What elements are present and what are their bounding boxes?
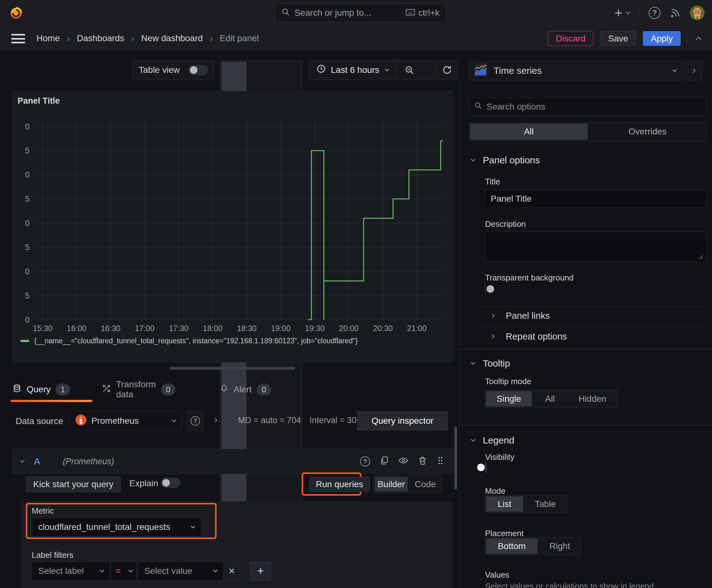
legend-mode-list[interactable]: List	[486, 496, 523, 512]
tooltip-heading: Tooltip	[483, 358, 510, 369]
remove-filter-button[interactable]: ✕	[223, 562, 240, 581]
drag-handle-icon[interactable]	[437, 456, 444, 468]
duplicate-query-icon[interactable]	[380, 456, 389, 467]
toggle-visibility-icon[interactable]	[398, 456, 408, 468]
legend-values-hint: Select values or calculations to show in…	[485, 582, 654, 588]
legend-values-label: Values	[485, 570, 510, 580]
select-value-dropdown[interactable]: Select value	[138, 562, 223, 581]
svg-text:20: 20	[25, 218, 29, 227]
chevron-down-icon	[172, 418, 176, 422]
panel-description-textarea[interactable]	[485, 231, 707, 262]
builder-option[interactable]: Builder	[375, 477, 408, 491]
legend-section-header[interactable]: Legend	[472, 435, 514, 446]
discard-button[interactable]: Discard	[548, 31, 593, 46]
svg-text:16:30: 16:30	[101, 324, 121, 333]
code-option[interactable]: Code	[409, 476, 442, 493]
svg-text:0: 0	[25, 315, 29, 324]
select-label-dropdown[interactable]: Select label	[32, 562, 110, 581]
metric-select[interactable]: cloudflared_tunnel_total_requests	[32, 518, 201, 537]
legend-placement-bottom[interactable]: Bottom	[486, 538, 537, 554]
zoom-out-button[interactable]	[396, 60, 423, 80]
time-controls: Last 6 hours	[309, 60, 436, 80]
collapse-header-icon[interactable]	[696, 37, 701, 42]
repeat-options-section[interactable]: Repeat options	[491, 330, 567, 343]
apply-button[interactable]: Apply	[643, 31, 681, 46]
chart-legend[interactable]: {__name__="cloudflared_tunnel_total_requ…	[20, 337, 358, 345]
save-button[interactable]: Save	[600, 31, 636, 46]
grafana-logo-icon[interactable]	[8, 5, 24, 21]
options-expander-icon[interactable]	[213, 418, 217, 422]
tooltip-mode-hidden[interactable]: Hidden	[567, 390, 618, 407]
panel-title-input[interactable]	[485, 190, 707, 208]
breadcrumb-home[interactable]: Home	[37, 33, 60, 43]
legend-visibility-toggle[interactable]	[486, 462, 486, 473]
add-filter-button[interactable]: +	[250, 562, 271, 581]
chevron-down-icon	[385, 67, 389, 71]
operator-dropdown[interactable]: =	[111, 562, 137, 581]
timeseries-chart[interactable]: 051015202530354015:3016:0016:3017:0017:3…	[25, 118, 456, 338]
panel-links-section[interactable]: Panel links	[491, 309, 550, 322]
scrollbar-thumb[interactable]	[454, 426, 457, 489]
svg-text:25: 25	[25, 194, 29, 203]
chevron-down-icon	[213, 568, 218, 572]
tab-query[interactable]: Query 1	[10, 377, 92, 402]
svg-text:17:00: 17:00	[135, 324, 155, 333]
help-icon[interactable]: ?	[649, 7, 661, 19]
global-search-input[interactable]: Search or jump to... ctrl+k	[275, 3, 446, 22]
tab-alert[interactable]: Alert 0	[220, 377, 271, 402]
kick-start-query-button[interactable]: Kick start your query	[26, 477, 121, 492]
svg-text:17:30: 17:30	[169, 324, 189, 333]
tab-alert-label: Alert	[234, 384, 252, 395]
plus-icon: +	[614, 6, 623, 20]
breadcrumb-new-dashboard[interactable]: New dashboard	[141, 33, 203, 43]
query-help-icon[interactable]: ?	[360, 456, 370, 466]
panel-options-section-header[interactable]: Panel options	[472, 155, 540, 166]
description-field-label: Description	[485, 219, 526, 229]
svg-text:20:00: 20:00	[339, 324, 359, 333]
chevron-down-icon	[626, 10, 630, 14]
tooltip-section-header[interactable]: Tooltip	[472, 358, 510, 369]
add-new-button[interactable]: +	[614, 6, 629, 20]
query-inspector-button[interactable]: Query inspector	[357, 411, 448, 430]
svg-text:21:00: 21:00	[407, 324, 427, 333]
breadcrumb-separator: ›	[210, 33, 213, 44]
menu-toggle-icon[interactable]	[11, 34, 25, 43]
query-ref-id[interactable]: A	[34, 456, 40, 467]
breadcrumb-dashboards[interactable]: Dashboards	[77, 33, 124, 43]
run-queries-button[interactable]: Run queries	[309, 477, 370, 492]
transparent-bg-toggle[interactable]	[485, 284, 486, 294]
svg-text:19:00: 19:00	[271, 324, 291, 333]
panel-options-sidebar: Time series All Overrides Panel options …	[459, 51, 712, 588]
refresh-button[interactable]	[437, 60, 457, 80]
database-icon	[12, 384, 22, 396]
tab-overrides[interactable]: Overrides	[589, 123, 706, 141]
divider	[477, 327, 708, 327]
time-range-picker[interactable]: Last 6 hours	[309, 60, 395, 80]
legend-series-label[interactable]: {__name__="cloudflared_tunnel_total_requ…	[34, 337, 358, 345]
legend-mode-table[interactable]: Table	[524, 495, 567, 512]
tab-all[interactable]: All	[470, 123, 588, 140]
tab-transform-count: 0	[161, 383, 175, 396]
panel-resize-handle[interactable]	[170, 367, 295, 370]
tab-transform[interactable]: Transform data 0	[102, 377, 175, 402]
options-search-box[interactable]	[469, 97, 707, 116]
legend-placement-right[interactable]: Right	[538, 538, 581, 555]
tooltip-mode-all[interactable]: All	[533, 390, 567, 407]
tooltip-mode-single[interactable]: Single	[486, 391, 532, 406]
table-view-toggle[interactable]	[188, 65, 208, 75]
section-divider	[459, 349, 712, 350]
datasource-picker[interactable]: Prometheus	[69, 411, 181, 430]
options-search-input[interactable]	[487, 102, 701, 112]
panel-title: Panel Title	[18, 96, 60, 106]
user-avatar[interactable]	[690, 6, 705, 20]
breadcrumb-separator: ›	[67, 33, 70, 44]
query-collapse-icon[interactable]	[20, 458, 24, 463]
visualization-picker[interactable]: Time series	[469, 61, 682, 80]
resize-corner-icon[interactable]	[697, 252, 704, 262]
tab-alert-count: 0	[257, 383, 271, 396]
datasource-help-button[interactable]: ?	[187, 411, 204, 430]
explain-toggle[interactable]	[161, 478, 180, 488]
delete-query-icon[interactable]	[418, 456, 427, 467]
collapse-options-button[interactable]	[684, 61, 703, 80]
news-rss-icon[interactable]	[670, 7, 681, 18]
